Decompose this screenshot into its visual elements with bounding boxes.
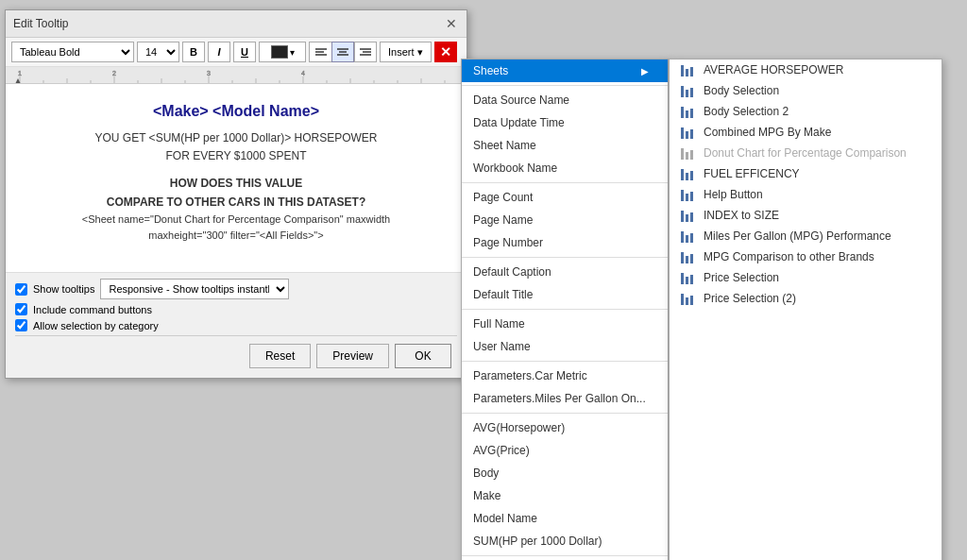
chart-bar-icon xyxy=(681,209,696,222)
menu-separator-2 xyxy=(462,182,668,183)
size-select[interactable]: 14 xyxy=(137,42,179,62)
menu-item-user-name[interactable]: User Name xyxy=(462,335,668,358)
include-buttons-checkbox[interactable] xyxy=(15,303,27,315)
menu-item-data-source-name[interactable]: Data Source Name xyxy=(462,89,668,111)
underline-button[interactable]: U xyxy=(233,42,256,62)
color-button[interactable]: ▾ xyxy=(259,42,306,62)
editor-line1: YOU GET <SUM(HP per 1000 Dollar)> HORSEP… xyxy=(34,129,438,147)
sheet-item-label: FUEL EFFICENCY xyxy=(704,167,800,180)
menu-item-data-update-time[interactable]: Data Update Time xyxy=(462,111,668,134)
editor-title: <Make> <Model Name> xyxy=(34,103,438,120)
menu-item-avg-horsepower[interactable]: AVG(Horsepower) xyxy=(462,416,668,439)
menu-separator-7 xyxy=(462,555,668,556)
show-tooltips-label: Show tooltips xyxy=(33,283,94,295)
editor-sheet-ref: <Sheet name="Donut Chart for Percentage … xyxy=(34,212,438,245)
sheets-submenu-item[interactable]: INDEX to SIZE xyxy=(670,205,942,226)
sheets-submenu-panel: AVERAGE HORSEPOWERBody SelectionBody Sel… xyxy=(669,59,942,560)
menu-separator-5 xyxy=(462,361,668,362)
font-select[interactable]: Tableau Bold xyxy=(11,42,134,62)
editor-section-label: HOW DOES THIS VALUE xyxy=(34,175,438,193)
dialog-title: Edit Tooltip xyxy=(13,17,68,30)
chart-bar-icon xyxy=(681,292,696,305)
sheets-submenu-item[interactable]: Combined MPG By Make xyxy=(670,122,942,143)
svg-text:3: 3 xyxy=(207,70,211,76)
menu-item-parameters-mpg[interactable]: Parameters.Miles Per Gallon On... xyxy=(462,387,668,410)
preview-button[interactable]: Preview xyxy=(316,344,389,368)
align-right-button[interactable] xyxy=(354,42,377,62)
italic-button[interactable]: I xyxy=(208,42,230,62)
menu-item-sum-hp[interactable]: SUM(HP per 1000 Dollar) xyxy=(462,530,668,552)
sheet-item-label: Miles Per Gallon (MPG) Performance xyxy=(704,229,891,243)
chart-bar-icon xyxy=(681,126,696,139)
menu-item-avg-price[interactable]: AVG(Price) xyxy=(462,439,668,462)
chart-bar-icon xyxy=(681,229,696,243)
color-swatch xyxy=(271,45,288,59)
chart-bar-icon xyxy=(681,105,696,118)
chart-bar-icon xyxy=(681,63,696,76)
menu-item-default-title[interactable]: Default Title xyxy=(462,283,668,306)
align-left-button[interactable] xyxy=(309,42,331,62)
menu-separator-3 xyxy=(462,257,668,258)
menu-item-parameters-car[interactable]: Parameters.Car Metric xyxy=(462,365,668,387)
insert-button[interactable]: OK Insert ▾ xyxy=(380,42,432,62)
chart-bar-icon xyxy=(681,167,696,180)
sheet-item-label: Price Selection (2) xyxy=(704,292,796,305)
menu-item-sheets[interactable]: Sheets ▶ xyxy=(462,59,668,82)
sheet-item-label: Price Selection xyxy=(704,271,779,284)
svg-text:4: 4 xyxy=(301,70,305,76)
editor-area[interactable]: <Make> <Model Name> YOU GET <SUM(HP per … xyxy=(6,84,467,273)
action-buttons: Reset Preview OK xyxy=(15,335,457,372)
ok-button[interactable]: OK xyxy=(395,344,451,368)
editor-section-sub: COMPARE TO OTHER CARS IN THIS DATASET? xyxy=(34,194,438,212)
menu-item-body[interactable]: Body xyxy=(462,462,668,484)
show-tooltips-row: Show tooltips Responsive - Show tooltips… xyxy=(15,279,457,299)
tooltip-style-select[interactable]: Responsive - Show tooltips instantly xyxy=(100,279,289,299)
menu-item-page-number[interactable]: Page Number xyxy=(462,231,668,254)
chart-bar-icon xyxy=(681,146,696,160)
insert-menu-panel: Sheets ▶ Data Source Name Data Update Ti… xyxy=(461,59,669,560)
menu-item-workbook-name[interactable]: Workbook Name xyxy=(462,157,668,179)
sheet-item-label: Help Button xyxy=(704,188,763,201)
sheets-submenu-item[interactable]: Price Selection (2) xyxy=(670,288,942,309)
align-center-button[interactable] xyxy=(331,42,354,62)
clear-button[interactable]: ✕ xyxy=(434,42,457,62)
menu-separator-1 xyxy=(462,85,668,86)
sheets-submenu-item[interactable]: Miles Per Gallon (MPG) Performance xyxy=(670,226,942,246)
ruler: 1 2 3 4 xyxy=(6,67,467,84)
sheets-submenu-item[interactable]: Help Button xyxy=(670,184,942,205)
menu-separator-4 xyxy=(462,309,668,310)
menu-item-full-name[interactable]: Full Name xyxy=(462,313,668,335)
edit-tooltip-dialog: Edit Tooltip ✕ Tableau Bold 14 B I U ▾ xyxy=(5,9,467,379)
sheets-submenu-item[interactable]: Price Selection xyxy=(670,267,942,288)
sheets-submenu-item[interactable]: FUEL EFFICENCY xyxy=(670,163,942,184)
sheet-item-label: AVERAGE HORSEPOWER xyxy=(704,63,843,76)
dropdown-container: Sheets ▶ Data Source Name Data Update Ti… xyxy=(461,59,942,560)
sheet-item-label: Body Selection 2 xyxy=(704,105,789,118)
sheet-item-label: Combined MPG By Make xyxy=(704,126,831,139)
editor-line2: FOR EVERY $1000 SPENT xyxy=(34,147,438,165)
reset-button[interactable]: Reset xyxy=(249,344,311,368)
menu-item-model-name[interactable]: Model Name xyxy=(462,507,668,530)
menu-item-make[interactable]: Make xyxy=(462,484,668,507)
chart-bar-icon xyxy=(681,271,696,284)
color-arrow: ▾ xyxy=(290,47,295,58)
editor-body: YOU GET <SUM(HP per 1000 Dollar)> HORSEP… xyxy=(34,129,438,245)
editor-section: HOW DOES THIS VALUE COMPARE TO OTHER CAR… xyxy=(34,175,438,211)
menu-item-page-count[interactable]: Page Count xyxy=(462,186,668,209)
sheets-submenu-item[interactable]: Body Selection xyxy=(670,80,942,101)
chart-bar-icon xyxy=(681,84,696,97)
bold-button[interactable]: B xyxy=(182,42,205,62)
sheets-submenu-item[interactable]: Body Selection 2 xyxy=(670,101,942,122)
menu-item-sheet-name[interactable]: Sheet Name xyxy=(462,134,668,157)
svg-text:2: 2 xyxy=(112,70,116,76)
menu-item-page-name[interactable]: Page Name xyxy=(462,209,668,231)
sheet-item-label: Donut Chart for Percentage Comparison xyxy=(704,146,907,160)
sheet-item-label: INDEX to SIZE xyxy=(704,209,779,222)
sheets-submenu-item[interactable]: MPG Comparison to other Brands xyxy=(670,246,942,267)
menu-item-default-caption[interactable]: Default Caption xyxy=(462,261,668,283)
allow-selection-checkbox[interactable] xyxy=(15,319,27,331)
close-button[interactable]: ✕ xyxy=(444,16,459,31)
sheets-arrow-icon: ▶ xyxy=(641,66,649,76)
sheets-submenu-item[interactable]: AVERAGE HORSEPOWER xyxy=(670,59,942,80)
show-tooltips-checkbox[interactable] xyxy=(15,283,27,296)
